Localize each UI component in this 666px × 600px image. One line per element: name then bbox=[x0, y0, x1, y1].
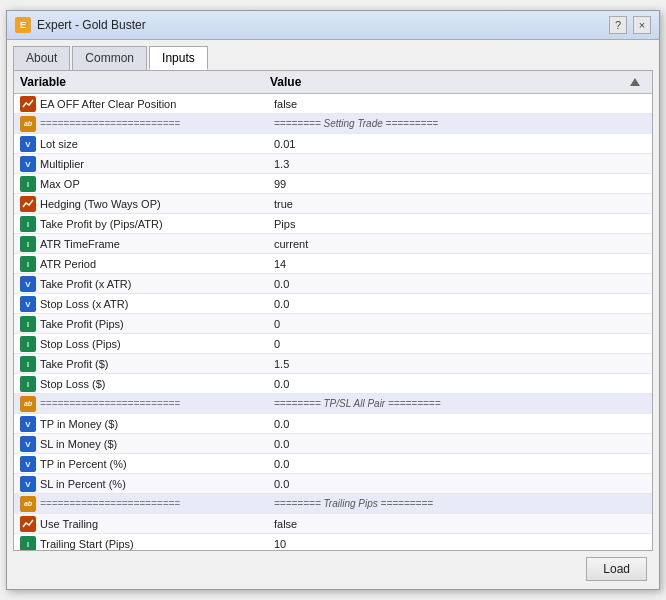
row-variable-text: Stop Loss (x ATR) bbox=[40, 298, 274, 310]
row-variable-text: Stop Loss (Pips) bbox=[40, 338, 274, 350]
svg-text:V: V bbox=[25, 280, 31, 289]
table-row: VStop Loss (x ATR)0.0 bbox=[14, 294, 652, 314]
table-row: Hedging (Two Ways OP)true bbox=[14, 194, 652, 214]
svg-text:I: I bbox=[27, 241, 29, 248]
row-value-text: 0.0 bbox=[274, 418, 646, 430]
row-variable-text: TP in Percent (%) bbox=[40, 458, 274, 470]
svg-text:I: I bbox=[27, 541, 29, 548]
table-row: VSL in Percent (%)0.0 bbox=[14, 474, 652, 494]
row-value-text: 0.01 bbox=[274, 138, 646, 150]
row-variable-text: Lot size bbox=[40, 138, 274, 150]
row-icon-103: I bbox=[20, 256, 36, 272]
tab-common[interactable]: Common bbox=[72, 46, 147, 70]
svg-text:I: I bbox=[27, 321, 29, 328]
table-row: VTP in Percent (%)0.0 bbox=[14, 454, 652, 474]
table-row: VSL in Money ($)0.0 bbox=[14, 434, 652, 454]
row-value-text: 10 bbox=[274, 538, 646, 550]
row-value-text: 0.0 bbox=[274, 438, 646, 450]
row-variable-text: SL in Percent (%) bbox=[40, 478, 274, 490]
table-row: IMax OP99 bbox=[14, 174, 652, 194]
row-variable-text: Use Trailing bbox=[40, 518, 274, 530]
row-icon-v2: V bbox=[20, 416, 36, 432]
row-icon-v2: V bbox=[20, 476, 36, 492]
row-variable-text: Take Profit (Pips) bbox=[40, 318, 274, 330]
row-icon-103: I bbox=[20, 176, 36, 192]
svg-text:I: I bbox=[27, 261, 29, 268]
row-value-text: 99 bbox=[274, 178, 646, 190]
row-icon-v2: V bbox=[20, 436, 36, 452]
row-icon-103: I bbox=[20, 376, 36, 392]
row-icon-ab: ab bbox=[20, 396, 36, 412]
row-value-text: 0.0 bbox=[274, 458, 646, 470]
table-row: VMultiplier1.3 bbox=[14, 154, 652, 174]
svg-text:V: V bbox=[25, 300, 31, 309]
tab-about[interactable]: About bbox=[13, 46, 70, 70]
table-row: ab================================ Trail… bbox=[14, 494, 652, 514]
window-title: Expert - Gold Buster bbox=[37, 18, 146, 32]
tab-bar: About Common Inputs bbox=[13, 46, 653, 70]
row-variable-text: SL in Money ($) bbox=[40, 438, 274, 450]
row-value-text: 0.0 bbox=[274, 298, 646, 310]
svg-text:V: V bbox=[25, 480, 31, 489]
table-row: VTake Profit (x ATR)0.0 bbox=[14, 274, 652, 294]
row-variable-text: Take Profit (x ATR) bbox=[40, 278, 274, 290]
help-button[interactable]: ? bbox=[609, 16, 627, 34]
row-variable-text: ATR TimeFrame bbox=[40, 238, 274, 250]
table-row: VTP in Money ($)0.0 bbox=[14, 414, 652, 434]
table-row: ITake Profit ($)1.5 bbox=[14, 354, 652, 374]
svg-text:V: V bbox=[25, 160, 31, 169]
table-row: Use Trailingfalse bbox=[14, 514, 652, 534]
row-icon-v2: V bbox=[20, 156, 36, 172]
main-window: E Expert - Gold Buster ? × About Common … bbox=[6, 10, 660, 590]
table-body: EA OFF After Clear Positionfalseab======… bbox=[14, 94, 652, 550]
row-icon-103: I bbox=[20, 336, 36, 352]
table-row: ITake Profit by (Pips/ATR)Pips bbox=[14, 214, 652, 234]
tab-inputs[interactable]: Inputs bbox=[149, 46, 208, 70]
table-row: IStop Loss (Pips)0 bbox=[14, 334, 652, 354]
svg-text:V: V bbox=[25, 140, 31, 149]
row-value-text: ======== Setting Trade ========= bbox=[274, 118, 646, 129]
table-header: Variable Value bbox=[14, 71, 652, 94]
row-variable-text: Take Profit by (Pips/ATR) bbox=[40, 218, 274, 230]
table-row: ab================================ Setti… bbox=[14, 114, 652, 134]
sort-arrow-icon bbox=[630, 78, 640, 86]
row-icon-103: I bbox=[20, 316, 36, 332]
row-value-text: ======== TP/SL All Pair ========= bbox=[274, 398, 646, 409]
svg-text:V: V bbox=[25, 420, 31, 429]
row-icon-trend bbox=[20, 96, 36, 112]
row-icon-trend bbox=[20, 516, 36, 532]
title-bar: E Expert - Gold Buster ? × bbox=[7, 11, 659, 40]
window-icon: E bbox=[15, 17, 31, 33]
table-row: ab================================ TP/SL… bbox=[14, 394, 652, 414]
table-row: EA OFF After Clear Positionfalse bbox=[14, 94, 652, 114]
close-button[interactable]: × bbox=[633, 16, 651, 34]
row-value-text: 1.5 bbox=[274, 358, 646, 370]
row-value-text: 1.3 bbox=[274, 158, 646, 170]
row-icon-trend bbox=[20, 196, 36, 212]
row-icon-v2: V bbox=[20, 296, 36, 312]
header-value: Value bbox=[270, 75, 630, 89]
row-value-text: 0.0 bbox=[274, 478, 646, 490]
svg-text:V: V bbox=[25, 440, 31, 449]
row-icon-ab: ab bbox=[20, 496, 36, 512]
row-variable-text: Take Profit ($) bbox=[40, 358, 274, 370]
svg-text:I: I bbox=[27, 221, 29, 228]
row-icon-103: I bbox=[20, 216, 36, 232]
row-value-text: true bbox=[274, 198, 646, 210]
row-variable-text: ======================== bbox=[40, 398, 274, 409]
row-value-text: 14 bbox=[274, 258, 646, 270]
load-button[interactable]: Load bbox=[586, 557, 647, 581]
row-value-text: Pips bbox=[274, 218, 646, 230]
svg-text:I: I bbox=[27, 341, 29, 348]
bottom-bar: Load bbox=[13, 551, 653, 583]
table-row: ITake Profit (Pips)0 bbox=[14, 314, 652, 334]
row-variable-text: Trailing Start (Pips) bbox=[40, 538, 274, 550]
svg-text:V: V bbox=[25, 460, 31, 469]
content-area: About Common Inputs Variable Value EA OF… bbox=[7, 40, 659, 589]
row-value-text: 0.0 bbox=[274, 378, 646, 390]
row-variable-text: Hedging (Two Ways OP) bbox=[40, 198, 274, 210]
row-variable-text: TP in Money ($) bbox=[40, 418, 274, 430]
inputs-panel: Variable Value EA OFF After Clear Positi… bbox=[13, 70, 653, 551]
row-icon-v2: V bbox=[20, 456, 36, 472]
row-variable-text: Multiplier bbox=[40, 158, 274, 170]
